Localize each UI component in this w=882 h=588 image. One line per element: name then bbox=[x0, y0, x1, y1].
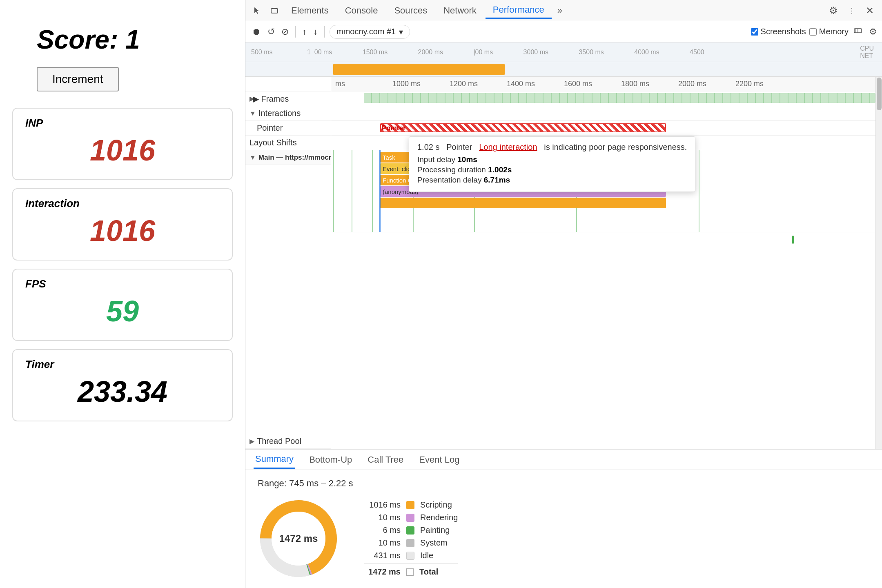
timer-value: 233.34 bbox=[25, 375, 220, 408]
inp-card: INP 1016 bbox=[12, 108, 233, 180]
tooltip-processing-duration-val: 1.002s bbox=[488, 165, 512, 174]
timer-label: Timer bbox=[25, 358, 220, 371]
timeline-area: ▶ ▶ Frames ▼ Interactions Pointer Layout… bbox=[245, 77, 882, 449]
fps-label: FPS bbox=[25, 278, 220, 290]
svg-rect-1 bbox=[271, 9, 278, 13]
url-chip[interactable]: mmocny.com #1 ▾ bbox=[330, 25, 410, 39]
legend-idle-ms: 431 ms bbox=[364, 551, 401, 560]
download-icon[interactable]: ↓ bbox=[312, 25, 319, 39]
r2-ms: ms bbox=[335, 80, 392, 88]
screenshots-checkbox[interactable] bbox=[751, 28, 758, 36]
interactions-row bbox=[331, 106, 875, 121]
cursor-icon[interactable] bbox=[249, 3, 265, 18]
legend-system: 10 ms System bbox=[364, 538, 458, 548]
legend-system-name: System bbox=[420, 538, 448, 548]
thread-pool-row bbox=[331, 232, 875, 247]
screenshots-checkbox-group: Screenshots bbox=[751, 27, 806, 36]
tab-call-tree[interactable]: Call Tree bbox=[366, 451, 405, 468]
tab-network[interactable]: Network bbox=[436, 3, 484, 18]
tab-sources[interactable]: Sources bbox=[387, 3, 434, 18]
legend-scripting-dot bbox=[406, 501, 414, 509]
legend-scripting-name: Scripting bbox=[420, 500, 452, 510]
devtools-topbar: Elements Console Sources Network Perform… bbox=[245, 0, 882, 21]
r2-2200: 2200 ms bbox=[735, 80, 793, 88]
legend-idle: 431 ms Idle bbox=[364, 551, 458, 560]
ruler-tick-1500: 1500 ms bbox=[363, 49, 388, 56]
pointer-label-row: Pointer bbox=[245, 121, 331, 136]
tab-console[interactable]: Console bbox=[338, 3, 385, 18]
layout-shifts-label-row: Layout Shifts bbox=[245, 136, 331, 150]
cpu-bar-area bbox=[245, 62, 882, 77]
ruler-tick-2500: |00 ms bbox=[473, 49, 493, 56]
legend-painting: 6 ms Painting bbox=[364, 526, 458, 535]
devtools-dots-icon[interactable]: ⋮ bbox=[844, 3, 860, 18]
legend-system-dot bbox=[406, 539, 414, 547]
devtools-close-icon[interactable]: ✕ bbox=[862, 2, 878, 19]
clear-icon[interactable]: ⊘ bbox=[280, 25, 290, 39]
net-label: NET bbox=[860, 52, 874, 60]
memory-checkbox[interactable] bbox=[809, 28, 817, 36]
toolbar-gear-icon[interactable]: ⚙ bbox=[869, 27, 877, 37]
tooltip-title: 1.02 s Pointer Long interaction is indic… bbox=[417, 143, 687, 152]
network-throttle-icon[interactable] bbox=[852, 24, 864, 39]
r2-1800: 1800 ms bbox=[621, 80, 678, 88]
device-icon[interactable] bbox=[267, 3, 282, 18]
reload-icon[interactable]: ↺ bbox=[266, 25, 276, 39]
vert-line-1 bbox=[333, 150, 334, 232]
summary-area: 1472 ms 1016 ms Scripting 10 ms Renderin… bbox=[258, 497, 870, 580]
tab-bottom-up[interactable]: Bottom-Up bbox=[307, 451, 354, 468]
ruler-tick-2000: 2000 ms bbox=[418, 49, 443, 56]
ruler-tick-4500: 4500 bbox=[690, 49, 704, 56]
legend-rendering-ms: 10 ms bbox=[364, 513, 401, 522]
cpu-label: CPU bbox=[860, 45, 874, 52]
upload-icon[interactable]: ↑ bbox=[301, 25, 308, 39]
tab-performance[interactable]: Performance bbox=[486, 2, 552, 19]
interaction-value: 1016 bbox=[25, 214, 220, 247]
timeline-ruler2: ms 1000 ms 1200 ms 1400 ms 1600 ms 1800 … bbox=[331, 77, 875, 91]
memory-label: Memory bbox=[819, 27, 849, 36]
tab-event-log[interactable]: Event Log bbox=[417, 451, 461, 468]
ruler2-label-row bbox=[245, 77, 331, 91]
fps-card: FPS 59 bbox=[12, 269, 233, 341]
vert-line-7 bbox=[699, 150, 699, 232]
blue-select-line bbox=[379, 150, 381, 232]
legend-rendering-name: Rendering bbox=[420, 513, 458, 522]
tab-elements[interactable]: Elements bbox=[284, 3, 336, 18]
pointer-bar[interactable] bbox=[380, 123, 666, 132]
legend-painting-name: Painting bbox=[420, 526, 450, 535]
devtools-gear-icon[interactable]: ⚙ bbox=[825, 2, 842, 19]
main-thread-arrow-icon: ▼ bbox=[249, 154, 256, 161]
tooltip-time: 1.02 s bbox=[417, 143, 439, 151]
tooltip-link[interactable]: Long interaction bbox=[479, 143, 537, 151]
main-thread-label-row: ▼ Main — https://mmocny.co bbox=[245, 150, 331, 165]
vert-line-2 bbox=[352, 150, 352, 232]
tooltip-input-delay: Input delay 10ms bbox=[417, 155, 687, 164]
increment-button[interactable]: Increment bbox=[37, 67, 119, 91]
r2-1200: 1200 ms bbox=[450, 80, 507, 88]
interactions-label-text: Interactions bbox=[258, 109, 301, 118]
pointer-subrow: Pointer 1.02 s Pointer Long interaction … bbox=[331, 121, 875, 136]
legend-total: 1472 ms Total bbox=[364, 564, 458, 577]
donut-chart: 1472 ms bbox=[258, 498, 339, 579]
scrollbar-track[interactable] bbox=[875, 77, 882, 449]
r2-1400: 1400 ms bbox=[507, 80, 564, 88]
timeline-ruler-overview: 500 ms 1000 ms 1500 ms 2000 ms |00 ms 30… bbox=[245, 42, 882, 62]
interaction-label: Interaction bbox=[25, 197, 220, 210]
ruler-tick-3500: 3500 ms bbox=[579, 49, 604, 56]
interaction-tooltip: 1.02 s Pointer Long interaction is indic… bbox=[409, 136, 695, 192]
r2-1600: 1600 ms bbox=[564, 80, 621, 88]
scrollbar-thumb[interactable] bbox=[877, 78, 882, 110]
task-bar-label: Task bbox=[383, 154, 395, 161]
devtools-panel: Elements Console Sources Network Perform… bbox=[245, 0, 882, 588]
main-thread-label-text: Main — https://mmocny.co bbox=[258, 154, 331, 162]
tooltip-processing-duration-label: Processing duration bbox=[417, 165, 486, 174]
ruler2-labels: ms 1000 ms 1200 ms 1400 ms 1600 ms 1800 … bbox=[335, 80, 793, 88]
tab-more-icon[interactable]: » bbox=[553, 3, 566, 18]
legend-total-checkbox bbox=[406, 568, 414, 576]
legend-system-ms: 10 ms bbox=[364, 538, 401, 548]
pointer-label-text: Pointer bbox=[257, 123, 283, 133]
tab-summary[interactable]: Summary bbox=[254, 450, 295, 469]
record-icon[interactable]: ⏺ bbox=[250, 25, 263, 39]
ruler-tick-500: 500 ms bbox=[251, 49, 272, 56]
second-level-bar bbox=[380, 198, 666, 208]
